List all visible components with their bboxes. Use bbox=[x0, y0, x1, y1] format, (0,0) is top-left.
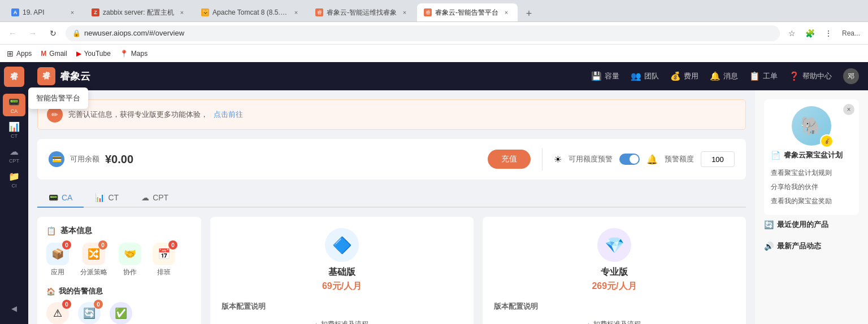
my-alerts-title: 🏠 我的告警信息 bbox=[46, 286, 192, 296]
balance-icon: 💳 bbox=[49, 151, 64, 167]
balance-amount: ¥0.00 bbox=[105, 153, 133, 166]
topnav-capacity-label: 容量 bbox=[605, 71, 619, 81]
browser-tab-5[interactable]: 睿 睿象云-智能告警平台 × bbox=[417, 3, 518, 21]
gmail-icon: M bbox=[41, 50, 46, 58]
sidebar-collapse-button[interactable]: ◀ bbox=[3, 297, 25, 319]
tab3-close[interactable]: × bbox=[292, 8, 301, 17]
treasure-link-2[interactable]: 分享给我的伙伴 bbox=[771, 180, 852, 194]
pending-circle: ⚠ 0 bbox=[46, 302, 69, 324]
processing-icon: 🔄 bbox=[83, 307, 96, 319]
basic-feature-1[interactable]: › 扣费标准及流程 bbox=[315, 317, 368, 324]
pro-feature-1[interactable]: › 扣费标准及流程 bbox=[588, 317, 640, 324]
product-tab-nav: 📟 CA 📊 CT ☁ CPT bbox=[37, 189, 746, 208]
bookmark-maps[interactable]: 📍 Maps bbox=[120, 50, 147, 58]
tab4-close[interactable]: × bbox=[400, 8, 409, 17]
topnav-workorder-label: 工单 bbox=[763, 71, 778, 81]
quota-toggle-label: 可用额度预警 bbox=[568, 154, 613, 164]
product-item-schedule[interactable]: 📅 0 排班 bbox=[153, 243, 175, 277]
basic-info-title: 📋 基本信息 bbox=[46, 226, 192, 236]
alert-pending[interactable]: ⚠ 0 待处理 bbox=[46, 302, 69, 324]
tab-cpt[interactable]: ☁ CPT bbox=[130, 189, 180, 207]
recharge-button[interactable]: 充值 bbox=[488, 150, 531, 169]
topnav-capacity[interactable]: 💾 容量 bbox=[591, 71, 619, 81]
tab2-title: zabbix server: 配置主机 bbox=[103, 8, 174, 17]
treasure-icon: 📄 bbox=[771, 151, 780, 160]
tab2-close[interactable]: × bbox=[177, 8, 186, 17]
quota-toggle[interactable] bbox=[619, 154, 640, 165]
apps-circle: 📦 0 bbox=[46, 243, 69, 265]
bookmark-youtube[interactable]: ▶ YouTube bbox=[76, 50, 111, 58]
closed-circle: ✅ bbox=[110, 302, 132, 324]
ci-icon: 📁 bbox=[8, 171, 20, 182]
logo-text: 睿 bbox=[10, 72, 18, 82]
topnav-messages[interactable]: 🔔 消息 bbox=[710, 71, 738, 81]
alert-closed[interactable]: ✅ 已关闭 bbox=[110, 302, 132, 324]
workorder-icon: 📋 bbox=[749, 71, 760, 81]
browser-tab-1[interactable]: A 19. API × bbox=[5, 3, 84, 21]
sidebar-item-ca[interactable]: 📟 CA bbox=[3, 94, 25, 116]
tab1-close[interactable]: × bbox=[68, 8, 77, 17]
close-treasure-button[interactable]: × bbox=[843, 104, 854, 115]
alert-processing[interactable]: 🔄 0 处理中 bbox=[78, 302, 101, 324]
topnav-billing[interactable]: 💰 费用 bbox=[670, 71, 698, 81]
topnav-workorder[interactable]: 📋 工单 bbox=[749, 71, 778, 81]
bookmark-gmail[interactable]: M Gmail bbox=[41, 50, 67, 58]
topnav-help[interactable]: ❓ 帮助中心 bbox=[789, 71, 832, 81]
recent-products-title: 最近使用的产品 bbox=[777, 220, 828, 230]
sidebar-item-ct[interactable]: 📊 CT bbox=[3, 119, 25, 141]
dispatch-circle: 🔀 0 bbox=[83, 243, 105, 265]
basic-info-icon: 📋 bbox=[46, 226, 56, 235]
bookmark-apps[interactable]: ⊞ Apps bbox=[7, 49, 32, 58]
browser-tab-4[interactable]: 睿 睿象云-智能运维找睿象 × bbox=[309, 3, 416, 21]
extension-button[interactable]: 🧩 bbox=[802, 25, 818, 41]
tooltip-popup: 智能告警平台 bbox=[28, 87, 88, 109]
team-icon: 👥 bbox=[631, 71, 641, 81]
browser-tab-2[interactable]: Z zabbix server: 配置主机 × bbox=[85, 3, 193, 21]
closed-icon: ✅ bbox=[115, 307, 127, 319]
treasure-link-1[interactable]: 查看聚宝盆计划规则 bbox=[771, 166, 852, 180]
browser-tab-3[interactable]: 🐱 Apache Tomcat 8 (8.5.73)... × bbox=[194, 3, 307, 21]
basic-features-title: 版本配置说明 bbox=[222, 301, 462, 312]
url-bar[interactable]: 🔒 newuser.aiops.com/#/overview bbox=[66, 25, 780, 41]
more-button[interactable]: ⋮ bbox=[821, 25, 836, 41]
refresh-button[interactable]: ↻ bbox=[45, 25, 61, 41]
topnav-team[interactable]: 👥 团队 bbox=[631, 71, 659, 81]
alert-banner-link[interactable]: 点击前往 bbox=[214, 110, 243, 120]
tab-ca[interactable]: 📟 CA bbox=[37, 189, 84, 208]
sidebar-item-cpt-label: CPT bbox=[9, 158, 19, 164]
new-tab-button[interactable]: + bbox=[521, 6, 537, 21]
basic-feature-1-text: 扣费标准及流程 bbox=[321, 319, 368, 324]
product-item-dispatch[interactable]: 🔀 0 分派策略 bbox=[80, 243, 107, 277]
tab-ct-icon: 📊 bbox=[95, 193, 105, 202]
tab-ct[interactable]: 📊 CT bbox=[84, 189, 130, 207]
sidebar-item-cpt[interactable]: ☁ CPT bbox=[3, 143, 25, 166]
sidebar-item-ca-label: CA bbox=[11, 108, 18, 114]
processing-circle: 🔄 0 bbox=[78, 302, 101, 324]
sidebar-item-ci[interactable]: 📁 CI bbox=[3, 168, 25, 191]
forward-button[interactable]: → bbox=[25, 25, 41, 41]
quota-input[interactable] bbox=[701, 151, 735, 167]
tab5-close[interactable]: × bbox=[502, 8, 511, 17]
sidebar-item-ct-label: CT bbox=[11, 133, 18, 139]
recent-icon: 🔄 bbox=[764, 220, 774, 229]
bookmark-star-button[interactable]: ☆ bbox=[784, 25, 800, 41]
alert-banner-text: 完善认证信息，获得专业版更多功能体验， bbox=[68, 110, 208, 120]
pro-plan-icon: 💎 bbox=[597, 228, 631, 262]
tab-ca-label: CA bbox=[62, 193, 72, 202]
treasure-link-3[interactable]: 查看我的聚宝盆奖励 bbox=[771, 194, 852, 208]
tab-cpt-icon: ☁ bbox=[141, 193, 149, 202]
basic-info-grid: 📦 0 应用 🔀 0 bbox=[46, 243, 192, 277]
sidebar-logo: 睿 bbox=[4, 67, 24, 87]
product-item-apps[interactable]: 📦 0 应用 bbox=[46, 243, 69, 277]
quota-bell-icon: 🔔 bbox=[646, 154, 658, 165]
back-button[interactable]: ← bbox=[5, 25, 20, 41]
products-container: 📋 基本信息 📦 0 应用 bbox=[37, 217, 746, 324]
browser-tab-bar: A 19. API × Z zabbix server: 配置主机 × 🐱 Ap… bbox=[0, 0, 868, 21]
balance-label: 可用余额 bbox=[70, 154, 99, 164]
product-item-collab[interactable]: 🤝 协作 bbox=[119, 243, 141, 277]
user-avatar[interactable]: 邓 bbox=[843, 68, 859, 84]
help-icon: ❓ bbox=[789, 71, 800, 81]
youtube-icon: ▶ bbox=[76, 50, 81, 58]
topnav-messages-label: 消息 bbox=[723, 71, 738, 81]
brand-name: 睿象云 bbox=[60, 69, 90, 83]
